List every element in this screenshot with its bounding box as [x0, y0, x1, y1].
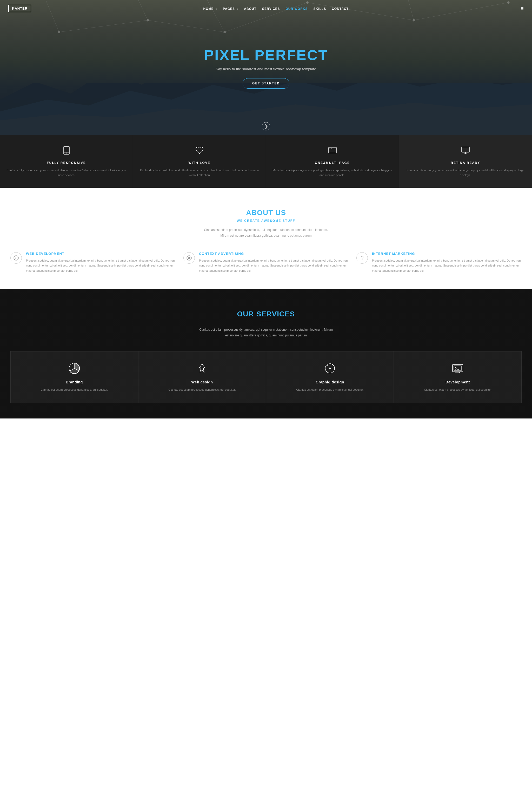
- svg-rect-35: [462, 147, 469, 152]
- services-title: OUR SERVICES: [11, 310, 521, 318]
- feature-retina: RETINA READY Kanter is retina ready, you…: [399, 135, 532, 188]
- svg-point-26: [413, 19, 415, 21]
- services-content: OUR SERVICES Claritas est etiam processu…: [11, 310, 521, 403]
- service-title-development: Development: [399, 380, 516, 384]
- about-feature-context: CONTEXT ADVERTISING Praesent sodales, qu…: [184, 252, 348, 273]
- hero-title-part1: PIXEL: [204, 47, 254, 63]
- monitor-icon: [405, 146, 526, 157]
- services-section: OUR SERVICES Claritas est etiam processu…: [0, 289, 532, 418]
- services-description: Claritas est etiam processus dynamicus, …: [198, 327, 334, 338]
- svg-point-33: [329, 148, 330, 149]
- context-icon: [184, 252, 195, 264]
- about-subtitle-part2: AWESOME STUFF: [260, 219, 296, 223]
- service-graphic-design: Graphig design Claritas est etiam proces…: [266, 351, 394, 403]
- scroll-down-button[interactable]: ❯: [262, 122, 270, 130]
- svg-point-45: [189, 258, 190, 259]
- marketing-title-accent: MARKETING: [392, 252, 415, 255]
- context-title-accent: ADVERTISING: [218, 252, 244, 255]
- web-dev-title-accent: DEVELOPMENT: [36, 252, 64, 255]
- nav-services[interactable]: SERVICES: [262, 7, 280, 11]
- marketing-icon: [356, 252, 368, 264]
- svg-point-44: [187, 255, 191, 260]
- nav-pages[interactable]: PAGES ▾: [223, 7, 238, 11]
- about-feature-title-marketing: INTERNET MARKETING: [372, 252, 521, 255]
- nav-about[interactable]: ABOUT: [244, 7, 256, 11]
- feature-text-responsive: Kanter is fully responsive, you can view…: [6, 168, 127, 177]
- feature-title-love: WITH LOVE: [139, 161, 260, 165]
- svg-point-24: [223, 31, 226, 33]
- service-development: Development Claritas est etiam processus…: [394, 351, 521, 403]
- about-feature-context-content: CONTEXT ADVERTISING Praesent sodales, qu…: [199, 252, 348, 273]
- svg-point-46: [361, 256, 363, 258]
- logo[interactable]: KANTER: [8, 5, 31, 12]
- get-started-button[interactable]: GET STARTED: [243, 78, 289, 89]
- graphic-design-icon: [271, 362, 388, 375]
- service-web-design: Web design Claritas est etiam processus …: [138, 351, 266, 403]
- service-title-graphic-design: Graphig design: [271, 380, 388, 384]
- nav-contact[interactable]: CONTACT: [332, 7, 348, 11]
- services-divider: [261, 322, 271, 322]
- svg-rect-55: [453, 364, 463, 372]
- about-description: Claritas est etiam processus dynamicus, …: [204, 227, 328, 239]
- service-text-web-design: Claritas est etiam processus dynamicus, …: [144, 387, 261, 392]
- about-feature-marketing-content: INTERNET MARKETING Praesent sodales, qua…: [372, 252, 521, 273]
- feature-title-retina: RETINA READY: [405, 161, 526, 165]
- nav-links: HOME ▾ PAGES ▾ ABOUT SERVICES OUR WORKS …: [203, 6, 348, 11]
- feature-text-love: Kanter developed with love and attention…: [139, 168, 260, 177]
- about-feature-title-context: CONTEXT ADVERTISING: [199, 252, 348, 255]
- svg-point-39: [15, 257, 17, 259]
- service-text-branding: Claritas est etiam processus dynamicus, …: [16, 387, 133, 392]
- web-design-icon: [144, 362, 261, 375]
- nav-home[interactable]: HOME ▾: [203, 7, 217, 11]
- about-feature-web-dev: WEB DEVELOPMENT Praesent sodales, quam v…: [11, 252, 176, 273]
- svg-line-11: [59, 20, 148, 32]
- svg-line-12: [148, 20, 225, 32]
- about-feature-text-web-dev: Praesent sodales, quam vitae gravida int…: [26, 258, 176, 273]
- about-feature-marketing: INTERNET MARKETING Praesent sodales, qua…: [356, 252, 521, 273]
- svg-line-49: [361, 256, 361, 256]
- service-text-graphic-design: Claritas est etiam processus dynamicus, …: [271, 387, 388, 392]
- features-strip: FULLY RESPONSIVE Kanter is fully respons…: [0, 135, 532, 188]
- feature-multipage: ONE&MULTI PAGE Made for developers, agen…: [266, 135, 399, 188]
- about-title-accent: US: [276, 209, 286, 217]
- feature-title-responsive: FULLY RESPONSIVE: [6, 161, 127, 165]
- nav-our-works[interactable]: OUR WORKS: [286, 7, 308, 11]
- about-subtitle: WE CREATE AWESOME STUFF: [11, 219, 521, 223]
- hero-section: PIXEL PERFECT Say hello to the smartest …: [0, 0, 532, 135]
- feature-love: WITH LOVE Kanter developed with love and…: [133, 135, 266, 188]
- branding-icon: [16, 362, 133, 375]
- nav-skills[interactable]: SKILLS: [314, 7, 326, 11]
- heart-icon: [139, 146, 260, 157]
- feature-title-multipage: ONE&MULTI PAGE: [272, 161, 393, 165]
- svg-point-53: [329, 367, 331, 369]
- hero-title-accent: PERFECT: [254, 47, 328, 63]
- about-title: ABOUT US: [11, 209, 521, 217]
- about-feature-web-dev-content: WEB DEVELOPMENT Praesent sodales, quam v…: [26, 252, 176, 273]
- hero-title: PIXEL PERFECT: [204, 46, 328, 63]
- hero-content: PIXEL PERFECT Say hello to the smartest …: [204, 46, 328, 89]
- service-title-branding: Branding: [16, 380, 133, 384]
- hero-subtitle: Say hello to the smartest and most flexi…: [204, 67, 328, 71]
- web-dev-title-part1: WEB: [26, 252, 36, 255]
- about-subtitle-part1: WE CREATE: [237, 219, 260, 223]
- context-title-part1: CONTEXT: [199, 252, 218, 255]
- navigation: KANTER HOME ▾ PAGES ▾ ABOUT SERVICES OUR…: [0, 0, 532, 17]
- svg-point-34: [331, 148, 331, 149]
- marketing-title-part1: INTERNET: [372, 252, 392, 255]
- svg-point-29: [66, 153, 67, 153]
- about-section: ABOUT US WE CREATE AWESOME STUFF Clarita…: [0, 188, 532, 289]
- svg-point-22: [58, 31, 60, 33]
- services-title-part1: OUR: [237, 310, 256, 318]
- svg-point-23: [147, 19, 149, 21]
- hamburger-icon[interactable]: ≡: [520, 5, 524, 12]
- web-dev-icon: [11, 252, 22, 264]
- about-title-part1: ABOUT: [246, 209, 276, 217]
- about-feature-title-web-dev: WEB DEVELOPMENT: [26, 252, 176, 255]
- service-branding: Branding Claritas est etiam processus dy…: [11, 351, 138, 403]
- about-features-grid: WEB DEVELOPMENT Praesent sodales, quam v…: [11, 252, 521, 273]
- about-feature-text-marketing: Praesent sodales, quam vitae gravida int…: [372, 258, 521, 273]
- services-grid: Branding Claritas est etiam processus dy…: [11, 351, 521, 403]
- service-title-web-design: Web design: [144, 380, 261, 384]
- feature-text-multipage: Made for developers, agencies, photograp…: [272, 168, 393, 177]
- svg-line-61: [455, 368, 456, 369]
